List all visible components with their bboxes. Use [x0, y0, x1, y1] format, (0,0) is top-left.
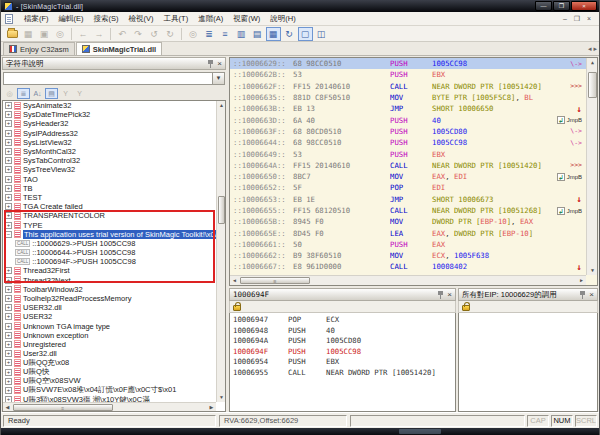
tree-expand-icon[interactable]: +	[5, 139, 12, 146]
lock-icon[interactable]	[233, 305, 241, 311]
scroll-up-icon[interactable]: ▲	[217, 101, 226, 110]
disasm-vscroll-thumb[interactable]	[588, 72, 597, 98]
maximize-button[interactable]: ❐	[553, 1, 570, 11]
disasm-hscroll-thumb[interactable]: ≡	[240, 277, 310, 284]
disasm-row[interactable]: ::10006650::8BC7MOVEAX, EDI↲JmpB	[230, 171, 586, 182]
menu-item[interactable]: 檢視(V)	[124, 13, 159, 25]
disasm-row[interactable]: ::10006667::E8 961D0000CALL10008402↓	[230, 261, 586, 272]
tab-nav-arrows[interactable]: ◂ ▸	[588, 45, 597, 55]
menu-item[interactable]: 說明(H)	[265, 13, 300, 25]
indent-list-icon[interactable]: ≡	[218, 27, 233, 41]
tree-item[interactable]: +SysTabControl32	[3, 156, 216, 165]
disasm-row[interactable]: ::1000665B::8945 F0MOVDWORD PTR [EBP-10]…	[230, 216, 586, 227]
disasm-row[interactable]: ::10006653::EB 1EJMPSHORT 10006673↓	[230, 194, 586, 205]
tree-vertical-scrollbar[interactable]: ▲ ▼	[216, 101, 225, 402]
tree-expand-icon[interactable]: +	[5, 313, 12, 320]
tree-item[interactable]: +Thread32First	[3, 266, 216, 275]
minimize-button[interactable]: —	[535, 1, 552, 11]
lock-icon[interactable]	[462, 305, 470, 311]
tree-item[interactable]: +SysDateTimePick32	[3, 110, 216, 119]
tree-item[interactable]: +SysHeader32	[3, 119, 216, 128]
tree-item[interactable]: +SysMonthCal32	[3, 147, 216, 156]
tree-expand-icon[interactable]: +	[5, 341, 12, 348]
scroll-down-icon[interactable]: ▼	[587, 266, 598, 275]
tree-item[interactable]: +USER32.dll	[3, 303, 216, 312]
disasm-horizontal-scrollbar[interactable]: ◀ ≡ ▶	[230, 275, 586, 285]
disasm-row[interactable]: ::1000664A::FF15 20140610CALLNEAR DWORD …	[230, 160, 586, 171]
tree-item[interactable]: +Thread32Next	[3, 276, 216, 285]
tree-item[interactable]: +SysTreeView32	[3, 165, 216, 174]
detail-row[interactable]: 10006954PUSHEBX	[233, 357, 455, 368]
tree-item[interactable]: +Unregistered	[3, 340, 216, 349]
refresh-icon[interactable]: ↻	[282, 27, 297, 41]
tree-expand-icon[interactable]: +	[5, 148, 12, 155]
tree-expand-icon[interactable]: +	[5, 111, 12, 118]
scroll-up-icon[interactable]: ▲	[587, 58, 598, 67]
disasm-vertical-scrollbar[interactable]: ▲ ▼	[586, 58, 597, 275]
tree-item[interactable]: +Unknown TGA image type	[3, 322, 216, 331]
open-file-icon[interactable]	[5, 27, 20, 41]
tree-call-item[interactable]: CALL::10006644->PUSH 1005CC98	[3, 248, 216, 257]
tree-item[interactable]: +TEST	[3, 193, 216, 202]
disasm-row[interactable]: ::1000663F::68 80CD0510PUSH1005CD80\->	[230, 126, 586, 137]
tree-vscroll-thumb[interactable]	[218, 196, 225, 224]
tree-item[interactable]: +TGA Create failed	[3, 202, 216, 211]
tree-expand-icon[interactable]: +	[5, 323, 12, 330]
disasm-row[interactable]: ::10006644::68 98CC0510PUSH1005CC98\->	[230, 137, 586, 148]
scroll-right-icon[interactable]: ▶	[577, 276, 586, 285]
tree-expand-icon[interactable]: +	[5, 130, 12, 137]
close-button[interactable]: ×	[571, 1, 597, 11]
tree-expand-icon[interactable]: +	[5, 286, 12, 293]
scroll-down-icon[interactable]: ▼	[217, 393, 226, 402]
scroll-left-icon[interactable]: ◀	[3, 403, 12, 412]
tree-expand-icon[interactable]: +	[5, 378, 12, 385]
tree-expand-icon[interactable]: +	[5, 267, 12, 274]
tree-expand-icon[interactable]: +	[5, 194, 12, 201]
scroll-right-icon[interactable]: ▶	[207, 403, 216, 412]
menu-item[interactable]: 搜索(S)	[89, 13, 124, 25]
tree-expand-icon[interactable]: +	[5, 359, 12, 366]
menu-item[interactable]: 檔案(F)	[19, 13, 54, 25]
disasm-row[interactable]: ::10006661::50PUSHEAX	[230, 239, 586, 250]
tree-item[interactable]: +TYPE	[3, 220, 216, 229]
tree-expand-icon[interactable]: +	[5, 185, 12, 192]
chart-icon[interactable]: ▥	[234, 27, 249, 41]
panel-close-icon[interactable]: ×	[217, 60, 222, 68]
combo-dropdown-icon[interactable]: ▼	[212, 73, 224, 84]
tree-expand-icon[interactable]: +	[5, 203, 12, 210]
tree-expand-icon[interactable]: +	[5, 304, 12, 311]
tree-call-item[interactable]: CALL::1000694F->PUSH 1005CC98	[3, 257, 216, 266]
tree-expand-icon[interactable]: +	[5, 120, 12, 127]
tree-expand-icon[interactable]: +	[5, 332, 12, 339]
tree-item[interactable]: +SysListView32	[3, 138, 216, 147]
tree-item[interactable]: +TB	[3, 184, 216, 193]
grid-icon[interactable]: ▦	[266, 27, 281, 41]
scroll-left-icon[interactable]: ◀	[230, 276, 239, 285]
group-icon[interactable]: ▤	[45, 88, 58, 99]
detail-row[interactable]: 10006948PUSH40	[233, 326, 455, 337]
tree-horizontal-scrollbar[interactable]: ◀ ≡ ▶	[3, 402, 216, 411]
tree-expand-icon[interactable]: −	[5, 231, 12, 238]
detail-row[interactable]: 1000694APUSH1005CD80	[233, 336, 455, 347]
tree-expand-icon[interactable]: +	[5, 387, 12, 394]
disasm-row[interactable]: ::1000663D::6A 40PUSH40↲JmpB	[230, 114, 586, 125]
tree-item[interactable]: +USER32	[3, 312, 216, 321]
tree-item[interactable]: +SysIPAddress32	[3, 129, 216, 138]
tree-item[interactable]: +ToolbarWindow32	[3, 285, 216, 294]
tree-item[interactable]: +TRANSPARENTCOLOR	[3, 211, 216, 220]
sort-icon[interactable]: A↓	[31, 88, 44, 99]
pin-icon[interactable]	[437, 291, 444, 299]
disasm-row[interactable]: ::10006635::881D C8F50510MOVBYTE PTR [10…	[230, 92, 586, 103]
tree-expand-icon[interactable]: +	[5, 157, 12, 164]
detail-row[interactable]: 10006955CALLNEAR DWORD PTR [10051420]	[233, 368, 455, 379]
disasm-row[interactable]: ::10006662::B9 38F60510MOVECX, 1005F638	[230, 250, 586, 261]
disasm-row[interactable]: ::10006629::68 98CC0510PUSH1005CC98\->	[230, 58, 586, 69]
pin-icon[interactable]	[207, 60, 214, 68]
tree-expand-icon[interactable]: +	[5, 350, 12, 357]
detail-row[interactable]: 10006947POPECX	[233, 315, 455, 326]
tab-enjoy-c32asm[interactable]: Enjoy C32asm	[3, 42, 75, 55]
tree-item[interactable]: +SysAnimate32	[3, 101, 216, 110]
disasm-row[interactable]: ::1000665E::8D45 F0LEAEAX, DWORD PTR [EB…	[230, 227, 586, 238]
tree-expand-icon[interactable]: +	[5, 295, 12, 302]
panel-close-icon[interactable]: ×	[447, 291, 452, 299]
